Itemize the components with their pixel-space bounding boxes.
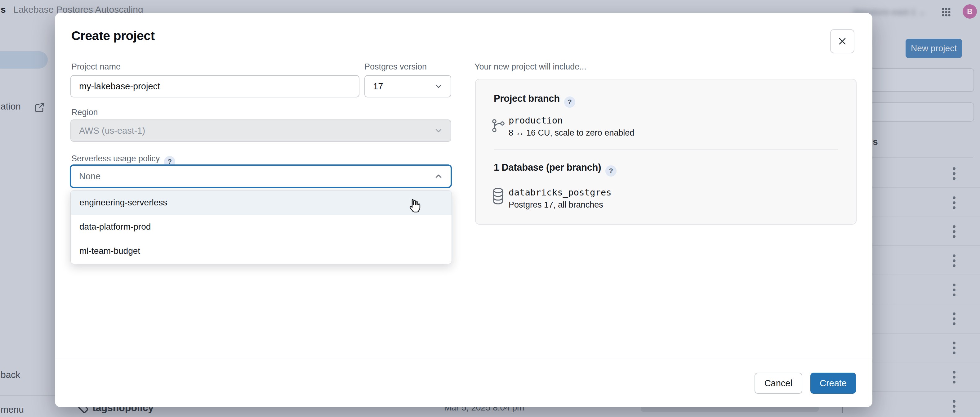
region-value: AWS (us-east-1) xyxy=(79,126,145,136)
policy-label: Serverless usage policy xyxy=(71,154,160,163)
bg-search-box[interactable] xyxy=(860,102,974,122)
breadcrumb-fragment: s xyxy=(1,4,6,15)
sidebar-item-documentation-fragment[interactable]: ation xyxy=(1,101,21,112)
create-button[interactable]: Create xyxy=(810,372,856,394)
app-switcher-grid-icon[interactable] xyxy=(942,8,951,17)
preview-heading: Your new project will include... xyxy=(474,62,587,72)
new-project-button[interactable]: New project xyxy=(905,39,962,58)
branch-detail: 8 ↔ 16 CU, scale to zero enabled xyxy=(509,128,634,138)
table-header-fragment: s xyxy=(873,137,878,147)
project-name-label: Project name xyxy=(71,62,121,72)
avatar[interactable]: B xyxy=(963,4,977,19)
policy-option[interactable]: engineering-serverless xyxy=(71,191,452,215)
row-menu-kebab-icon[interactable] xyxy=(948,312,959,325)
mouse-cursor-hand xyxy=(407,198,422,214)
cancel-button[interactable]: Cancel xyxy=(754,372,802,394)
row-menu-kebab-icon[interactable] xyxy=(948,225,959,238)
region-select: AWS (us-east-1) xyxy=(70,119,451,142)
policy-dropdown-menu: engineering-serverless data-platform-pro… xyxy=(70,190,452,264)
sidebar-item-selected[interactable] xyxy=(0,51,48,68)
region-label: Region xyxy=(71,108,98,117)
create-project-dialog: Create project Project name my-lakebase-… xyxy=(55,13,872,407)
row-menu-kebab-icon[interactable] xyxy=(948,342,959,354)
row-menu-kebab-icon[interactable] xyxy=(948,400,959,413)
postgres-version-select[interactable]: 17 xyxy=(364,75,451,97)
row-menu-kebab-icon[interactable] xyxy=(948,283,959,296)
chevron-down-icon xyxy=(434,127,442,135)
bg-banner-box xyxy=(860,68,974,92)
sidebar-item-menu-fragment[interactable]: menu xyxy=(1,404,24,415)
policy-value: None xyxy=(79,171,100,181)
branch-name: production xyxy=(509,115,563,126)
chevron-up-icon xyxy=(434,172,442,180)
project-name-input[interactable]: my-lakebase-project xyxy=(70,75,360,97)
preview-card: Project branch? production 8 ↔ 16 CU, sc… xyxy=(475,79,857,224)
chevron-down-icon xyxy=(434,82,442,90)
close-icon xyxy=(838,37,847,46)
help-icon[interactable]: ? xyxy=(564,97,575,108)
row-menu-kebab-icon[interactable] xyxy=(948,167,959,180)
database-section-title-row: 1 Database (per branch)? xyxy=(494,162,617,177)
postgres-version-value: 17 xyxy=(373,81,383,92)
screen: s Lakebase Postgres Autoscaling datastor… xyxy=(0,0,980,417)
policy-option[interactable]: ml-team-budget xyxy=(71,239,452,263)
branch-section-title-row: Project branch? xyxy=(494,93,575,108)
help-icon[interactable]: ? xyxy=(605,166,617,177)
row-menu-kebab-icon[interactable] xyxy=(948,196,959,209)
branch-section-title: Project branch xyxy=(494,93,560,104)
row-menu-kebab-icon[interactable] xyxy=(948,255,959,267)
close-button[interactable] xyxy=(830,29,854,53)
project-name-value: my-lakebase-project xyxy=(79,81,160,92)
policy-option[interactable]: data-platform-prod xyxy=(71,215,452,239)
dialog-title: Create project xyxy=(71,29,155,43)
sidebar-item-feedback-fragment[interactable]: back xyxy=(1,369,20,380)
policy-select[interactable]: None xyxy=(70,164,452,188)
postgres-version-label: Postgres version xyxy=(364,62,427,72)
row-menu-kebab-icon[interactable] xyxy=(948,371,959,384)
database-icon xyxy=(492,188,504,205)
git-branch-icon xyxy=(491,119,506,133)
database-section-title: 1 Database (per branch) xyxy=(494,162,601,173)
database-detail: Postgres 17, all branches xyxy=(509,200,603,210)
database-name: databricks_postgres xyxy=(509,187,612,197)
external-link-icon xyxy=(33,101,46,113)
